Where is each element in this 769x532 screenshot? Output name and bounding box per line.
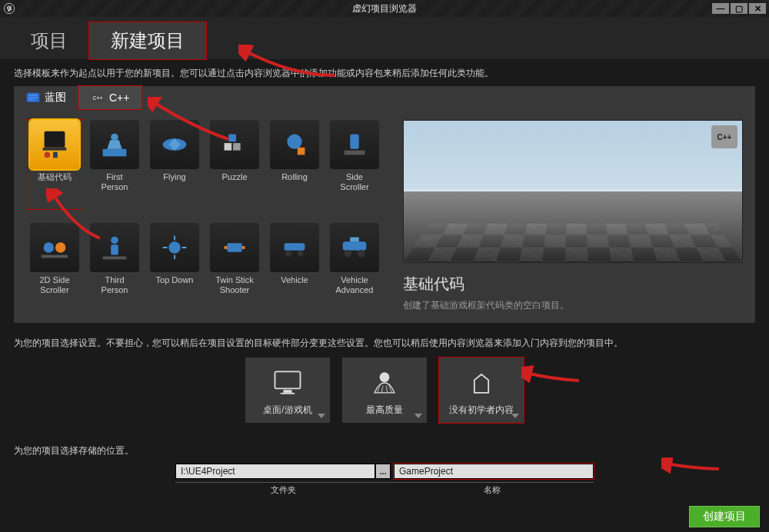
template-label: 基础代码 (38, 172, 72, 192)
svg-rect-27 (242, 246, 245, 249)
maximize-button[interactable]: ▢ (731, 3, 747, 14)
close-button[interactable]: ✕ (749, 3, 766, 14)
name-label: 名称 (391, 482, 594, 496)
svg-rect-36 (284, 390, 292, 393)
svg-rect-16 (350, 135, 359, 149)
template-label: Rolling (281, 172, 308, 192)
settings-row: 桌面/游戏机 最高质量 没有初学者内容 (0, 357, 769, 423)
svg-point-6 (45, 152, 51, 158)
template-basic-code[interactable]: 基础代码 (26, 120, 83, 209)
template-first-person[interactable]: FirstPerson (86, 120, 143, 209)
location-row: ... 文件夹 名称 (0, 464, 769, 496)
svg-point-14 (287, 135, 301, 149)
template-label: Top Down (156, 275, 194, 295)
template-rolling[interactable]: Rolling (266, 120, 323, 209)
template-grid: 基础代码 FirstPerson Flying Puzzle Rolling S… (26, 120, 383, 312)
svg-rect-25 (227, 243, 241, 252)
preview-title: 基础代码 (403, 274, 743, 294)
setting-hardware-label: 桌面/游戏机 (263, 404, 311, 417)
template-label: Twin StickShooter (215, 275, 254, 295)
svg-point-9 (111, 134, 118, 141)
monitor-icon (248, 365, 327, 401)
title-bar: 虚幻项目浏览器 — ▢ ✕ (0, 0, 769, 17)
template-flying[interactable]: Flying (146, 120, 203, 209)
folder-label: 文件夹 (175, 482, 391, 496)
svg-rect-35 (275, 371, 301, 388)
preview-description: 创建了基础游戏框架代码类的空白项目。 (403, 299, 743, 312)
blueprint-icon (26, 92, 40, 103)
svg-rect-34 (350, 238, 359, 242)
subtab-cpp-label: C++ (109, 91, 129, 104)
svg-point-33 (358, 250, 365, 258)
svg-point-18 (44, 242, 54, 252)
quality-icon (345, 365, 424, 401)
tab-projects[interactable]: 项目 (9, 22, 89, 59)
cpp-badge-icon: C++ (711, 125, 737, 148)
template-label: SideScroller (340, 172, 368, 192)
template-2d-side-scroller[interactable]: 2D SideScroller (26, 223, 83, 312)
svg-point-32 (345, 250, 352, 258)
no-starter-icon (442, 365, 521, 401)
top-tabs: 项目 新建项目 (0, 17, 769, 59)
svg-rect-17 (345, 151, 365, 155)
setting-quality[interactable]: 最高质量 (342, 357, 427, 423)
cpp-icon: C++ (91, 92, 105, 103)
chevron-down-icon (318, 414, 325, 418)
svg-point-24 (168, 241, 180, 253)
template-vehicle-advanced[interactable]: VehicleAdvanced (326, 223, 383, 312)
bottom-bar: 创建项目 (0, 501, 769, 532)
template-label: Vehicle (281, 275, 308, 295)
intro-text: 选择模板来作为起点以用于您的新项目。您可以通过点击内容浏览器中的添加功能或内容包… (0, 59, 769, 86)
create-project-button[interactable]: 创建项目 (689, 506, 760, 527)
folder-path-input[interactable] (175, 464, 375, 479)
template-vehicle[interactable]: Vehicle (266, 223, 323, 312)
subtab-blueprint-label: 蓝图 (45, 91, 66, 105)
svg-rect-15 (298, 148, 305, 155)
template-label: Flying (163, 172, 185, 192)
unreal-logo-icon (3, 2, 15, 15)
template-third-person[interactable]: ThirdPerson (86, 223, 143, 312)
svg-rect-8 (103, 149, 127, 157)
window-title: 虚幻项目浏览器 (352, 2, 417, 15)
template-label: FirstPerson (102, 172, 128, 192)
svg-rect-31 (343, 241, 367, 251)
subtab-cpp[interactable]: C++ C++ (78, 86, 141, 109)
template-panel: 蓝图 C++ C++ 基础代码 FirstPerson Flying (14, 86, 755, 323)
template-label: ThirdPerson (102, 275, 128, 295)
minimize-button[interactable]: — (712, 3, 729, 14)
settings-intro: 为您的项目选择设置。不要担心，您可以稍后在项目设置的目标硬件部分变更这些设置。您… (0, 323, 769, 357)
setting-starter-label: 没有初学者内容 (449, 404, 514, 417)
preview-image: C++ (403, 120, 743, 263)
svg-point-19 (55, 242, 65, 252)
template-side-scroller[interactable]: SideScroller (326, 120, 383, 209)
template-twin-stick-shooter[interactable]: Twin StickShooter (206, 223, 263, 312)
template-top-down[interactable]: Top Down (146, 223, 203, 312)
setting-starter-content[interactable]: 没有初学者内容 (439, 357, 524, 423)
svg-rect-7 (53, 152, 58, 158)
svg-rect-20 (42, 255, 68, 258)
browse-folder-button[interactable]: ... (375, 464, 391, 479)
svg-point-21 (111, 237, 118, 244)
tab-new-project[interactable]: 新建项目 (89, 22, 206, 59)
svg-rect-37 (281, 393, 295, 394)
setting-quality-label: 最高质量 (366, 404, 403, 417)
svg-point-30 (298, 251, 304, 257)
svg-rect-28 (285, 243, 305, 251)
template-label: VehicleAdvanced (336, 275, 374, 295)
svg-rect-11 (225, 143, 232, 151)
svg-point-38 (380, 372, 390, 382)
svg-rect-22 (111, 244, 118, 254)
svg-point-29 (286, 251, 292, 257)
chevron-down-icon (511, 414, 519, 418)
svg-rect-23 (103, 257, 127, 260)
template-puzzle[interactable]: Puzzle (206, 120, 263, 209)
chevron-down-icon (414, 414, 422, 418)
svg-rect-12 (233, 143, 241, 151)
location-intro: 为您的项目选择存储的位置。 (0, 423, 769, 464)
preview-column: C++ 基础代码 创建了基础游戏框架代码类的空白项目。 (403, 120, 743, 312)
setting-hardware[interactable]: 桌面/游戏机 (245, 357, 330, 423)
svg-rect-26 (225, 246, 228, 249)
subtab-blueprint[interactable]: 蓝图 (14, 86, 78, 109)
project-name-input[interactable] (394, 464, 594, 479)
svg-rect-4 (45, 131, 65, 148)
